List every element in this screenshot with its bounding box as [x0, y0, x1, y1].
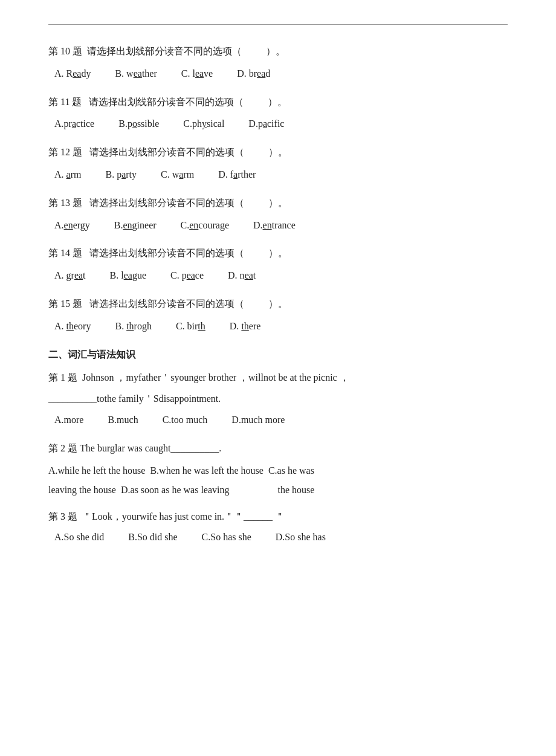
s2-question-1: 第 1 题 Johnson ，myfather＇syounger brother…	[48, 369, 508, 428]
q12-optB: B. party	[105, 166, 137, 184]
s2q1-optD: D.much more	[231, 412, 285, 429]
q13-optA: A.energy	[54, 217, 90, 234]
s2q3-header: 第 3 题 ＂Look，yourwife has just come in.＂＂…	[48, 508, 508, 526]
q10-optC: C. leave	[181, 65, 213, 83]
question-14: 第 14 题 请选择出划线部分读音不同的选项（ ）。 A. great B. l…	[48, 245, 508, 285]
q11-optD: D.pacific	[248, 115, 284, 133]
q15-optD: D. there	[230, 318, 261, 335]
q11-optC: C.physical	[183, 115, 224, 133]
q15-header: 第 15 题 请选择出划线部分读音不同的选项（ ）。	[48, 296, 508, 313]
q13-header: 第 13 题 请选择出划线部分读音不同的选项（ ）。	[48, 195, 508, 212]
s2q1-options: A.more B.much C.too much D.much more	[54, 412, 508, 429]
q14-optC: C. peace	[170, 267, 204, 285]
q13-options: A.energy B.engineer C.encourage D.entran…	[54, 217, 508, 234]
q10-optD: D. bread	[237, 65, 270, 83]
q13-optC: C.encourage	[181, 217, 229, 234]
q15-optC: C. birth	[176, 318, 205, 335]
s2q1-cont: __________tothe family＇Sdisappointment.	[48, 390, 508, 408]
s2q1-header: 第 1 题 Johnson ，myfather＇syounger brother…	[48, 369, 508, 387]
question-12: 第 12 题 请选择出划线部分读音不同的选项（ ）。 A. arm B. par…	[48, 144, 508, 184]
s2q2-options-text: A.while he left the house B.when he was …	[48, 461, 508, 500]
q14-options: A. great B. league C. peace D. neat	[54, 267, 508, 285]
q11-header: 第 11 题 请选择出划线部分读音不同的选项（ ）。	[48, 94, 508, 111]
q13-optB: B.engineer	[114, 217, 157, 234]
s2q1-optA: A.more	[54, 412, 83, 429]
q10-header: 第 10 题 请选择出划线部分读音不同的选项（ ）。	[48, 43, 508, 60]
s2q1-optB: B.much	[108, 412, 138, 429]
question-11: 第 11 题 请选择出划线部分读音不同的选项（ ）。 A.practice B.…	[48, 94, 508, 134]
q12-header: 第 12 题 请选择出划线部分读音不同的选项（ ）。	[48, 144, 508, 161]
s2q1-optC: C.too much	[163, 412, 208, 429]
q12-options: A. arm B. party C. warm D. farther	[54, 166, 508, 184]
s2q2-header: 第 2 题 The burglar was caught__________.	[48, 440, 508, 457]
section2-title: 二、词汇与语法知识	[48, 346, 508, 364]
top-border	[48, 24, 508, 25]
q11-options: A.practice B.possible C.physical D.pacif…	[54, 115, 508, 133]
q10-optA: A. Ready	[54, 65, 91, 83]
question-15: 第 15 题 请选择出划线部分读音不同的选项（ ）。 A. theory B. …	[48, 296, 508, 335]
q14-optD: D. neat	[228, 267, 256, 285]
question-13: 第 13 题 请选择出划线部分读音不同的选项（ ）。 A.energy B.en…	[48, 195, 508, 234]
s2-question-3: 第 3 题 ＂Look，yourwife has just come in.＂＂…	[48, 508, 508, 547]
s2q3-optC: C.So has she	[202, 529, 251, 546]
q12-optC: C. warm	[161, 166, 194, 184]
q14-optA: A. great	[54, 267, 86, 285]
s2-question-2: 第 2 题 The burglar was caught__________. …	[48, 440, 508, 500]
s2q3-optA: A.So she did	[54, 529, 104, 546]
q14-optB: B. league	[110, 267, 146, 285]
q11-optB: B.possible	[118, 115, 159, 133]
s2q3-options: A.So she did B.So did she C.So has she D…	[54, 529, 508, 546]
q15-optB: B. throgh	[115, 318, 151, 335]
s2q3-optB: B.So did she	[128, 529, 177, 546]
question-10: 第 10 题 请选择出划线部分读音不同的选项（ ）。 A. Ready B. w…	[48, 43, 508, 83]
q15-optA: A. theory	[54, 318, 91, 335]
q12-optA: A. arm	[54, 166, 81, 184]
q14-header: 第 14 题 请选择出划线部分读音不同的选项（ ）。	[48, 245, 508, 262]
q11-optA: A.practice	[54, 115, 94, 133]
q10-optB: B. weather	[115, 65, 157, 83]
s2q3-optD: D.So she has	[276, 529, 326, 546]
q13-optD: D.entrance	[253, 217, 296, 234]
q10-options: A. Ready B. weather C. leave D. bread	[54, 65, 508, 83]
q12-optD: D. farther	[218, 166, 256, 184]
q15-options: A. theory B. throgh C. birth D. there	[54, 318, 508, 335]
